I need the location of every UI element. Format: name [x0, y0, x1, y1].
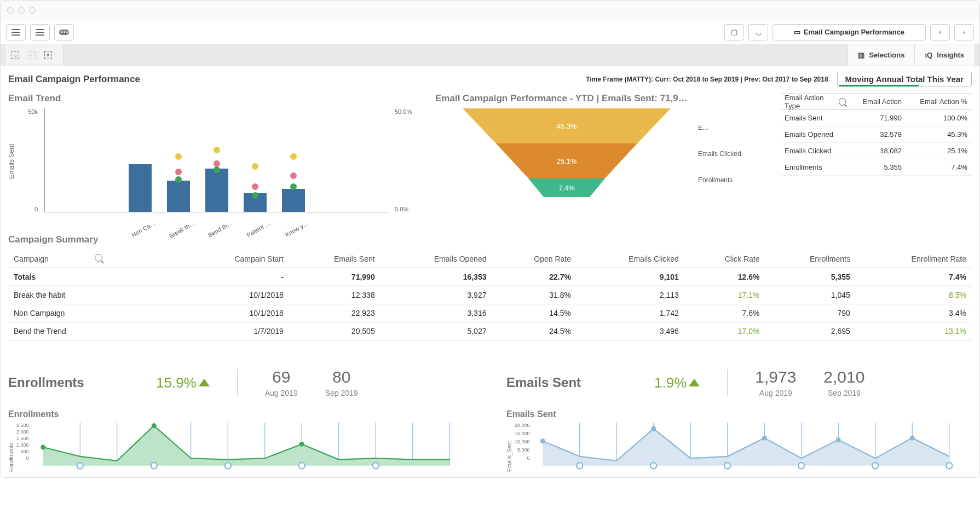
funnel-legend: E… Emails Clicked Enrollments — [698, 108, 775, 218]
totals-row: Totals-71,990 16,35322.7%9,101 12.6%5,35… — [8, 268, 972, 286]
y-tick: 50k — [8, 108, 38, 115]
svg-point-17 — [298, 463, 304, 469]
table-row: Enrollments5,3557.4% — [781, 159, 972, 176]
sheet-selector[interactable]: ▭ Email Campaign Performance — [773, 24, 926, 41]
chevron-left-icon: ‹ — [939, 28, 941, 36]
page-title: Email Campaign Performance — [8, 74, 140, 85]
chevron-right-icon: › — [963, 28, 965, 36]
mini-chart-title: Emails Sent — [506, 409, 972, 419]
svg-point-16 — [224, 463, 230, 469]
mini-ylabel: Emails_Sent — [506, 423, 512, 472]
y2-tick: 0.0% — [395, 206, 424, 212]
table-row: Emails Opened32,57845.3% — [781, 126, 972, 143]
search-icon[interactable] — [95, 254, 102, 262]
present-button[interactable]: ▢ — [724, 24, 744, 41]
enrollments-kpi: Enrollments 15.9% 69Aug 2019 80Sep 2019 … — [8, 368, 474, 472]
sheet-label: Email Campaign Performance — [804, 28, 904, 36]
kpi-delta: 1.9% — [654, 374, 700, 391]
svg-point-35 — [577, 463, 583, 469]
mini-chart-title: Enrollments — [8, 409, 474, 419]
step-back-icon[interactable]: ↶ — [28, 51, 36, 59]
kpi-title: Emails Sent — [506, 375, 627, 390]
selections-tool-button[interactable]: ▥ Selections — [848, 44, 914, 66]
y2-tick: 50.0% — [395, 108, 424, 115]
svg-point-31 — [651, 426, 656, 431]
window-controls — [7, 7, 36, 14]
next-sheet-button[interactable]: › — [954, 24, 974, 41]
email-trend-panel: Email Trend Emails Sent 50k 0 Non Ca… Br… — [8, 93, 424, 218]
bookmark-icon: ◡ — [756, 28, 762, 36]
bookmark-button[interactable]: ◡ — [748, 24, 768, 41]
svg-point-39 — [872, 463, 878, 469]
enrollments-line-chart[interactable] — [31, 423, 474, 472]
clear-selections-icon[interactable]: ✕ — [44, 51, 52, 59]
campaign-summary-table[interactable]: Campaign Campain StartEmails SentEmails … — [8, 250, 972, 340]
monitor-icon: ▢ — [731, 28, 737, 36]
more-icon — [59, 30, 69, 35]
funnel-title: Email Campaign Performance - YTD | Email… — [435, 93, 775, 104]
svg-point-33 — [835, 437, 840, 442]
hamburger-icon — [36, 29, 44, 36]
svg-point-37 — [724, 463, 730, 469]
selection-bar: ⌕ ↶ ✕ ▥ Selections ıQ Insights — [1, 44, 979, 66]
up-arrow-icon — [199, 379, 210, 386]
main-toolbar: ▢ ◡ ▭ Email Campaign Performance ‹ › — [1, 20, 979, 44]
table-row: Non Campaign10/1/201822,9233,31614.5%1,7… — [8, 304, 972, 322]
email-action-table[interactable]: Email Action Type Email Action Email Act… — [781, 93, 972, 218]
funnel-chart[interactable]: 45.3% 25.1% 7.4% — [435, 108, 698, 218]
maximize-icon[interactable] — [29, 7, 36, 14]
hamburger-icon — [11, 29, 20, 36]
svg-point-14 — [77, 463, 83, 469]
up-arrow-icon — [689, 379, 700, 386]
kpi-period-tab[interactable]: Moving Annual Total This Year — [837, 72, 972, 86]
minimize-icon[interactable] — [18, 7, 25, 14]
menu-button-1[interactable] — [6, 24, 26, 41]
svg-point-15 — [151, 463, 157, 469]
insights-button[interactable]: ıQ Insights — [914, 44, 974, 66]
prev-sheet-button[interactable]: ‹ — [930, 24, 950, 41]
email-trend-title: Email Trend — [8, 93, 424, 104]
svg-point-11 — [41, 445, 45, 450]
svg-point-38 — [798, 463, 804, 469]
smart-search-icon[interactable]: ⌕ — [11, 51, 19, 59]
timeframe-label: Time Frame (MATTY): Curr: Oct 2018 to Se… — [586, 76, 828, 83]
svg-point-30 — [540, 438, 545, 443]
insights-icon: ıQ — [925, 51, 932, 59]
emails-sent-line-chart[interactable] — [532, 423, 972, 472]
emails-sent-kpi: Emails Sent 1.9% 1,973Aug 2019 2,010Sep … — [506, 368, 972, 472]
table-row: Emails Sent71,990100.0% — [781, 110, 972, 126]
y-tick: 0 — [8, 206, 38, 212]
app-window: ▢ ◡ ▭ Email Campaign Performance ‹ › ⌕ ↶… — [0, 0, 980, 478]
window-titlebar — [1, 1, 979, 20]
close-icon[interactable] — [7, 7, 14, 14]
svg-point-34 — [909, 436, 914, 441]
table-row: Bend the Trend1/7/201920,5055,02724.5%3,… — [8, 322, 972, 340]
table-row: Emails Clicked18,08225.1% — [781, 143, 972, 159]
sheet-icon: ▭ — [794, 28, 800, 36]
table-row: Break the habit10/1/201812,3383,92731.8%… — [8, 286, 972, 304]
kpi-title: Enrollments — [8, 375, 129, 390]
y-axis-label: Emails Sent — [8, 144, 15, 179]
campaign-summary-title: Campaign Summary — [8, 234, 972, 245]
svg-point-40 — [946, 463, 952, 469]
selections-icon: ▥ — [858, 51, 864, 59]
svg-point-36 — [650, 463, 656, 469]
search-icon[interactable] — [839, 98, 846, 106]
svg-point-12 — [151, 423, 156, 428]
kpi-delta: 15.9% — [156, 374, 210, 391]
svg-point-18 — [372, 463, 378, 469]
menu-button-2[interactable] — [30, 24, 50, 41]
svg-point-32 — [762, 436, 766, 441]
svg-point-13 — [299, 442, 304, 447]
bar-chart-plot[interactable]: Non Ca… Break th… Bend th… Patient … — [44, 108, 388, 212]
more-options-button[interactable] — [54, 24, 74, 41]
mini-ylabel: Enrollments — [8, 423, 14, 472]
sheet-content: Email Campaign Performance Time Frame (M… — [1, 66, 979, 477]
